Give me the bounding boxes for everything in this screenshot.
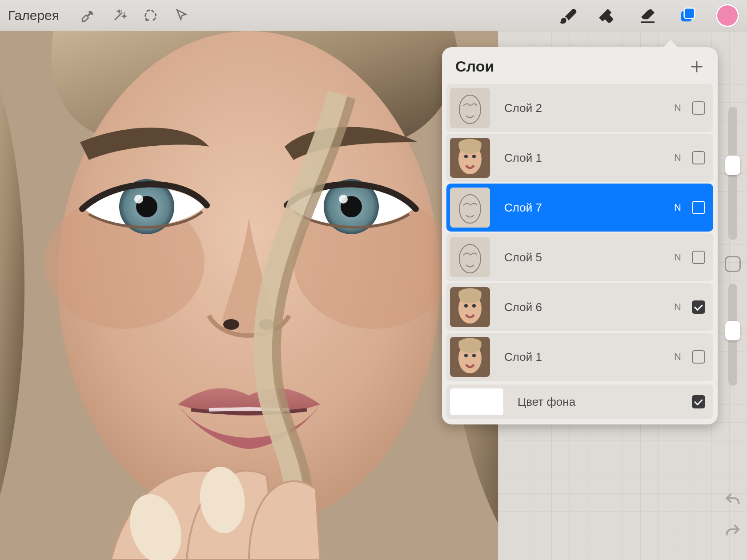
layer-list: Слой 2NСлой 1NСлой 7NСлой 5NСлой 6NСлой … — [442, 84, 718, 419]
layer-row[interactable]: Слой 7N — [446, 184, 713, 232]
brush-size-slider[interactable] — [728, 107, 737, 240]
panel-pointer — [663, 40, 679, 48]
svg-point-28 — [464, 304, 468, 308]
layer-row[interactable]: Слой 1N — [446, 333, 713, 381]
layers-panel: Слои Слой 2NСлой 1NСлой 7NСлой 5NСлой 6N… — [442, 47, 718, 424]
brush-opacity-thumb[interactable] — [725, 321, 740, 340]
layer-visibility-checkbox[interactable] — [692, 251, 705, 264]
svg-point-20 — [464, 155, 468, 158]
layer-visibility-checkbox[interactable] — [692, 151, 705, 164]
layer-name-label: Слой 5 — [504, 251, 674, 264]
layers-panel-title: Слои — [455, 58, 494, 75]
wrench-icon[interactable] — [72, 2, 104, 29]
svg-rect-1 — [684, 8, 695, 18]
layer-thumbnail[interactable] — [450, 138, 490, 178]
layer-name-label: Слой 1 — [504, 151, 674, 165]
layers-icon[interactable] — [668, 2, 708, 29]
brush-opacity-slider[interactable] — [728, 284, 737, 386]
background-thumbnail[interactable] — [450, 388, 503, 415]
layer-name-label: Слой 2 — [504, 101, 674, 115]
layer-blend-mode[interactable]: N — [674, 252, 681, 263]
layer-blend-mode[interactable]: N — [674, 152, 681, 164]
svg-point-21 — [472, 155, 476, 158]
smudge-icon[interactable] — [588, 2, 628, 29]
modifier-button[interactable] — [725, 256, 741, 272]
undo-redo-group — [724, 492, 742, 542]
add-layer-button[interactable] — [689, 59, 704, 74]
layer-name-label: Слой 7 — [504, 201, 674, 215]
top-toolbar: Галерея — [0, 0, 747, 31]
layer-row[interactable]: Слой 5N — [446, 233, 713, 281]
svg-point-33 — [472, 354, 476, 357]
magic-wand-icon[interactable] — [104, 2, 135, 29]
svg-rect-16 — [450, 88, 490, 128]
svg-rect-22 — [450, 188, 490, 228]
background-layer-row[interactable]: Цвет фона — [446, 384, 713, 419]
undo-button[interactable] — [724, 492, 742, 511]
layer-visibility-checkbox[interactable] — [692, 201, 705, 214]
svg-rect-24 — [450, 237, 490, 277]
layer-thumbnail[interactable] — [450, 237, 490, 277]
canvas[interactable] — [0, 31, 498, 560]
svg-point-29 — [472, 304, 476, 308]
brush-size-thumb[interactable] — [725, 156, 740, 175]
layer-visibility-checkbox[interactable] — [692, 101, 705, 115]
gallery-button[interactable]: Галерея — [8, 8, 59, 23]
color-swatch[interactable] — [716, 4, 739, 27]
svg-point-8 — [134, 195, 143, 204]
side-sliders — [723, 107, 743, 397]
layer-blend-mode[interactable]: N — [674, 102, 681, 114]
layer-visibility-checkbox[interactable] — [692, 350, 705, 364]
layer-row[interactable]: Слой 1N — [446, 134, 713, 182]
layer-thumbnail[interactable] — [450, 337, 490, 377]
svg-point-12 — [223, 319, 239, 330]
layer-thumbnail[interactable] — [450, 188, 490, 228]
background-name-label: Цвет фона — [518, 395, 692, 409]
layer-blend-mode[interactable]: N — [674, 351, 681, 363]
layer-thumbnail[interactable] — [450, 88, 490, 128]
layer-blend-mode[interactable]: N — [674, 301, 681, 313]
layer-thumbnail[interactable] — [450, 287, 490, 327]
layer-row[interactable]: Слой 6N — [446, 283, 713, 331]
layer-visibility-checkbox[interactable] — [692, 300, 705, 314]
layer-name-label: Слой 1 — [504, 350, 674, 364]
selection-icon[interactable] — [135, 2, 166, 29]
eraser-icon[interactable] — [628, 2, 668, 29]
brush-icon[interactable] — [548, 2, 588, 29]
layer-name-label: Слой 6 — [504, 300, 674, 314]
redo-button[interactable] — [724, 523, 742, 542]
background-visibility-checkbox[interactable] — [692, 395, 705, 408]
svg-point-11 — [339, 195, 348, 204]
layers-panel-header: Слои — [442, 47, 718, 84]
svg-point-32 — [464, 354, 468, 357]
cursor-icon[interactable] — [166, 2, 197, 29]
layer-blend-mode[interactable]: N — [674, 202, 681, 213]
layer-row[interactable]: Слой 2N — [446, 84, 713, 132]
